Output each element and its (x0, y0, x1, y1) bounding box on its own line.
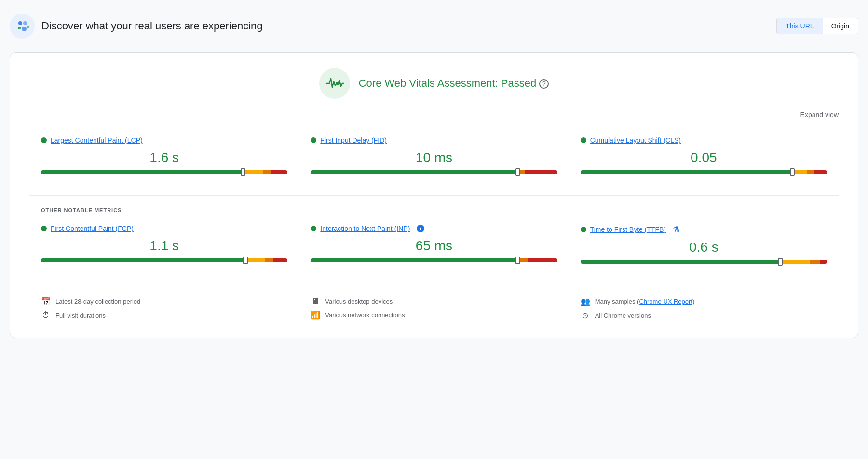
origin-button[interactable]: Origin (823, 18, 858, 34)
svg-point-1 (23, 21, 27, 25)
metric-bar-ttfb (581, 260, 827, 264)
other-metrics-grid: First Contentful Paint (FCP) 1.1 s (29, 217, 839, 273)
this-url-button[interactable]: This URL (777, 18, 822, 34)
metric-fcp: First Contentful Paint (FCP) 1.1 s (29, 217, 299, 273)
footer-item-devices: 🖥 Various desktop devices (311, 297, 557, 306)
metric-dot-inp (311, 226, 316, 231)
footer-col-1: 📅 Latest 28-day collection period ⏱ Full… (29, 297, 299, 320)
svg-point-6 (337, 82, 340, 85)
assessment-label: Core Web Vitals Assessment: (359, 77, 498, 89)
metric-name-inp[interactable]: Interaction to Next Paint (INP) (320, 225, 410, 232)
metric-label-fid: First Input Delay (FID) (311, 136, 557, 144)
bar-indicator-lcp (241, 168, 245, 176)
main-card: Core Web Vitals Assessment: Passed ? Exp… (10, 52, 858, 338)
footer-item-samples: 👥 Many samples (Chrome UX Report) (581, 297, 827, 306)
bar-indicator-ttfb (778, 258, 783, 266)
metric-dot-ttfb (581, 227, 586, 232)
info-badge[interactable]: i (417, 225, 424, 232)
metric-bar-lcp (41, 170, 287, 174)
metric-name-fcp[interactable]: First Contentful Paint (FCP) (51, 225, 134, 232)
monitor-icon: 🖥 (311, 297, 320, 306)
bar-orange-cls (807, 170, 814, 174)
metric-label-inp: Interaction to Next Paint (INP) i (311, 225, 557, 232)
bar-indicator-fcp (243, 256, 248, 264)
collection-period-text: Latest 28-day collection period (55, 298, 140, 305)
svg-point-3 (22, 27, 27, 31)
metric-bar-track-fid (311, 170, 557, 174)
metric-fid: First Input Delay (FID) 10 ms (299, 129, 569, 184)
vitals-header: Core Web Vitals Assessment: Passed ? (29, 68, 839, 99)
metric-value-fcp: 1.1 s (41, 238, 287, 254)
bar-red-cls (814, 170, 827, 174)
metric-label-lcp: Largest Contentful Paint (LCP) (41, 136, 287, 144)
url-origin-toggle: This URL Origin (776, 18, 858, 34)
visit-duration-text: Full visit durations (55, 312, 106, 319)
samples-text: Many samples (Chrome UX Report) (595, 298, 695, 305)
header: Discover what your real users are experi… (10, 10, 858, 42)
metric-name-cls[interactable]: Cumulative Layout Shift (CLS) (590, 136, 681, 144)
bar-green-fid (311, 170, 518, 174)
chrome-icon: ⊙ (581, 311, 590, 320)
metric-label-ttfb: Time to First Byte (TTFB) ⚗ (581, 225, 827, 234)
help-icon[interactable]: ? (539, 79, 549, 89)
metric-dot-fcp (41, 226, 47, 231)
metric-value-lcp: 1.6 s (41, 150, 287, 165)
metric-bar-cls (581, 170, 827, 174)
footer-item-chrome: ⊙ All Chrome versions (581, 311, 827, 320)
bar-yellow-lcp (243, 170, 263, 174)
metric-value-ttfb: 0.6 s (581, 240, 827, 255)
metrics-divider (29, 195, 839, 196)
footer-item-collection: 📅 Latest 28-day collection period (41, 297, 287, 306)
metric-value-cls: 0.05 (581, 150, 827, 165)
metric-bar-track-inp (311, 258, 557, 262)
bar-indicator-inp (515, 256, 520, 264)
core-metrics-grid: Largest Contentful Paint (LCP) 1.6 s (29, 129, 839, 184)
svg-point-0 (18, 21, 22, 25)
bar-green-fcp (41, 258, 245, 262)
metric-label-fcp: First Contentful Paint (FCP) (41, 225, 287, 232)
footer-item-network: 📶 Various network connections (311, 310, 557, 320)
bar-red-inp (528, 258, 557, 262)
metric-cls: Cumulative Layout Shift (CLS) 0.05 (569, 129, 839, 184)
metric-ttfb: Time to First Byte (TTFB) ⚗ 0.6 s (569, 217, 839, 273)
metric-bar-track-ttfb (581, 260, 827, 264)
footer-col-2: 🖥 Various desktop devices 📶 Various netw… (299, 297, 569, 320)
metric-lcp: Largest Contentful Paint (LCP) 1.6 s (29, 129, 299, 184)
bar-yellow-ttfb (780, 260, 810, 264)
metric-name-lcp[interactable]: Largest Contentful Paint (LCP) (51, 136, 143, 144)
devices-text: Various desktop devices (325, 298, 393, 305)
bar-red-lcp (271, 170, 288, 174)
people-icon: 👥 (581, 297, 590, 306)
network-text: Various network connections (325, 311, 405, 319)
page-title: Discover what your real users are experi… (41, 20, 263, 32)
metric-value-fid: 10 ms (311, 150, 557, 165)
expand-link[interactable]: Expand view (800, 111, 839, 119)
svg-point-2 (18, 27, 21, 29)
metric-name-ttfb[interactable]: Time to First Byte (TTFB) (590, 226, 666, 233)
bar-red-fcp (273, 258, 288, 262)
metric-bar-fid (311, 170, 557, 174)
expand-view-container: Expand view (29, 110, 839, 119)
bar-green-cls (581, 170, 793, 174)
bar-yellow-fcp (245, 258, 265, 262)
metric-label-cls: Cumulative Layout Shift (CLS) (581, 136, 827, 144)
chrome-ux-report-link[interactable]: Chrome UX Report (639, 298, 692, 305)
other-metrics-label: OTHER NOTABLE METRICS (29, 207, 839, 213)
footer-info: 📅 Latest 28-day collection period ⏱ Full… (29, 287, 839, 320)
metric-dot-lcp (41, 137, 47, 143)
bar-indicator-fid (515, 168, 520, 176)
vitals-icon (319, 68, 350, 99)
metric-dot-fid (311, 137, 316, 143)
logo-icon (10, 14, 35, 39)
chrome-versions-text: All Chrome versions (595, 312, 651, 319)
bar-indicator-cls (790, 168, 795, 176)
bar-orange-fcp (265, 258, 272, 262)
assessment-status: Passed (501, 77, 536, 89)
metric-value-inp: 65 ms (311, 238, 557, 254)
footer-col-3: 👥 Many samples (Chrome UX Report) ⊙ All … (569, 297, 839, 320)
bar-red-ttfb (820, 260, 827, 264)
metric-dot-cls (581, 137, 586, 143)
metric-inp: Interaction to Next Paint (INP) i 65 ms (299, 217, 569, 273)
metric-name-fid[interactable]: First Input Delay (FID) (320, 136, 387, 144)
bar-green-ttfb (581, 260, 780, 264)
